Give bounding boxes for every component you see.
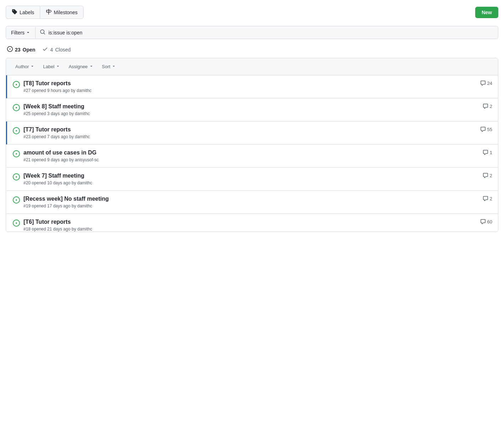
top-bar: Labels Milestones New [6, 6, 498, 19]
milestones-tab[interactable]: Milestones [40, 6, 84, 19]
issue-comments[interactable]: 24 [480, 80, 492, 86]
issue-content: [Week 8] Staff meeting #25 opened 3 days… [23, 103, 477, 116]
issue-title[interactable]: amount of use cases in DG [23, 150, 477, 156]
labels-tab-label: Labels [20, 10, 34, 15]
search-icon [40, 29, 45, 36]
open-issue-icon [13, 127, 20, 135]
issue-comments[interactable]: 2 [483, 196, 492, 201]
issue-title[interactable]: [Week 7] Staff meeting [23, 173, 477, 179]
comment-count: 1 [490, 150, 492, 155]
comment-count: 2 [490, 173, 492, 178]
open-issue-icon [13, 104, 20, 112]
table-row: [T6] Tutor reports #18 opened 21 days ag… [6, 214, 498, 232]
check-icon [42, 46, 48, 53]
issue-comments[interactable]: 2 [483, 103, 492, 109]
open-icon [7, 46, 13, 53]
assignee-filter[interactable]: Assignee [65, 62, 97, 71]
filters-label: Filters [11, 30, 25, 36]
issue-title[interactable]: [T7] Tutor reports [23, 126, 474, 133]
table-row: [T8] Tutor reports #27 opened 9 hours ag… [6, 75, 498, 98]
issue-comments[interactable]: 2 [483, 173, 492, 178]
chevron-down-icon [89, 64, 93, 69]
milestones-tab-label: Milestones [54, 10, 77, 15]
search-input-wrap [36, 26, 498, 39]
open-issue-icon [13, 81, 20, 89]
comment-count: 2 [490, 104, 492, 109]
labels-tab[interactable]: Labels [6, 6, 40, 19]
issues-table: Author Label Assignee Sort [6, 58, 498, 232]
new-button[interactable]: New [475, 7, 498, 18]
issue-content: [Recess week] No staff meeting #19 opene… [23, 196, 477, 208]
chevron-down-icon [30, 64, 34, 69]
issue-meta: #25 opened 3 days ago by damithc [23, 111, 477, 116]
issue-title[interactable]: [T8] Tutor reports [23, 80, 474, 87]
issue-meta: #19 opened 17 days ago by damithc [23, 204, 477, 208]
issue-title[interactable]: [T6] Tutor reports [23, 219, 474, 225]
label-filter-label: Label [43, 64, 54, 69]
issue-meta: #20 opened 10 days ago by damithc [23, 180, 477, 185]
open-issue-icon [13, 173, 20, 181]
label-filter[interactable]: Label [39, 62, 64, 71]
open-issue-icon [13, 196, 20, 205]
open-label: Open [23, 47, 36, 53]
sort-filter[interactable]: Sort [98, 62, 120, 71]
comment-count: 2 [490, 196, 492, 201]
status-bar: 23 Open 4 Closed [6, 46, 498, 53]
filter-row: Author Label Assignee Sort [6, 58, 498, 75]
issue-content: [T7] Tutor reports #23 opened 7 days ago… [23, 126, 474, 139]
issue-meta: #21 opened 9 days ago by anisyusof-sc [23, 157, 477, 162]
chevron-down-icon [112, 64, 116, 69]
issue-comments[interactable]: 1 [483, 150, 492, 155]
sort-filter-label: Sort [102, 64, 111, 69]
table-row: [T7] Tutor reports #23 opened 7 days ago… [6, 121, 498, 145]
open-status[interactable]: 23 Open [7, 46, 35, 53]
search-bar: Filters [6, 26, 498, 39]
issue-meta: #23 opened 7 days ago by damithc [23, 134, 474, 139]
author-filter[interactable]: Author [12, 62, 38, 71]
comment-count: 60 [487, 219, 492, 224]
chevron-down-icon [56, 64, 60, 69]
assignee-filter-label: Assignee [69, 64, 87, 69]
issue-comments[interactable]: 55 [480, 126, 492, 132]
open-issue-icon [13, 220, 20, 228]
issue-meta: #27 opened 9 hours ago by damithc [23, 88, 474, 93]
table-row: amount of use cases in DG #21 opened 9 d… [6, 145, 498, 168]
label-icon [12, 9, 17, 16]
table-row: [Recess week] No staff meeting #19 opene… [6, 191, 498, 214]
issue-content: [T6] Tutor reports #18 opened 21 days ag… [23, 219, 474, 232]
closed-count: 4 [50, 47, 53, 53]
closed-status[interactable]: 4 Closed [42, 46, 70, 53]
table-row: [Week 7] Staff meeting #20 opened 10 day… [6, 168, 498, 191]
issue-title[interactable]: [Recess week] No staff meeting [23, 196, 477, 202]
chevron-down-icon [26, 30, 30, 36]
issue-meta: #18 opened 21 days ago by damithc [23, 227, 474, 232]
open-count: 23 [15, 47, 21, 53]
open-issue-icon [13, 150, 20, 158]
issue-content: [Week 7] Staff meeting #20 opened 10 day… [23, 173, 477, 185]
comment-count: 24 [487, 81, 492, 86]
filters-button[interactable]: Filters [6, 27, 36, 38]
search-input[interactable] [48, 30, 494, 36]
closed-label: Closed [55, 47, 71, 53]
comment-count: 55 [487, 127, 492, 132]
issue-comments[interactable]: 60 [480, 219, 492, 224]
author-filter-label: Author [15, 64, 29, 69]
issue-list: [T8] Tutor reports #27 opened 9 hours ag… [6, 75, 498, 232]
issue-content: amount of use cases in DG #21 opened 9 d… [23, 150, 477, 162]
tab-group: Labels Milestones [6, 6, 84, 19]
table-row: [Week 8] Staff meeting #25 opened 3 days… [6, 98, 498, 121]
issue-title[interactable]: [Week 8] Staff meeting [23, 103, 477, 110]
milestone-icon [46, 9, 52, 16]
issue-content: [T8] Tutor reports #27 opened 9 hours ag… [23, 80, 474, 93]
